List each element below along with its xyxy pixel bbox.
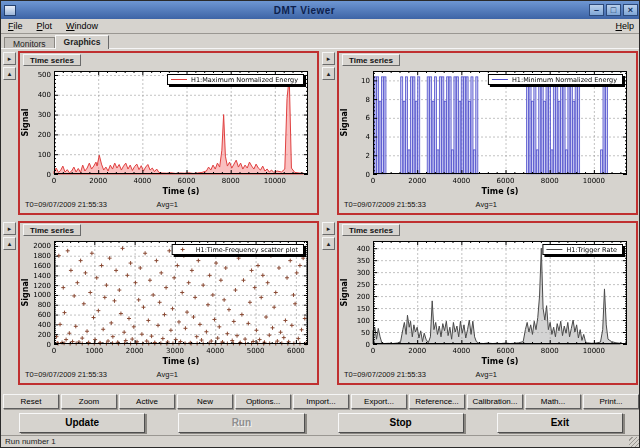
exit-button[interactable]: Exit — [497, 413, 623, 433]
plot-tab[interactable]: Time series — [342, 54, 400, 66]
close-icon[interactable]: × — [623, 4, 638, 16]
dmt-viewer-window: DMT Viewer – □ × File Plot Window Help M… — [0, 0, 640, 448]
reset-button[interactable]: Reset — [3, 394, 59, 409]
menu-help[interactable]: Help — [608, 20, 640, 32]
pad-up-icon[interactable]: ▴ — [322, 67, 335, 80]
pad-expand-icon[interactable]: ▸ — [322, 222, 335, 235]
t0-label: T0=09/07/2009 21:55:33 — [344, 200, 426, 209]
update-button[interactable]: Update — [19, 413, 145, 433]
pad-expand-icon[interactable]: ▸ — [322, 52, 335, 65]
tab-bar: Monitors Graphics — [1, 34, 640, 49]
avg-label: Avg=1 — [476, 370, 497, 379]
maximize-icon[interactable]: □ — [606, 4, 621, 16]
zoom-button[interactable]: Zoom — [61, 394, 117, 409]
reference-button[interactable]: Reference... — [409, 394, 465, 409]
pad-expand-icon[interactable]: ▸ — [3, 52, 16, 65]
plot-pad: Time series T0=09/07/2009 21:55:33 Avg=1 — [18, 51, 319, 215]
pad-expand-icon[interactable]: ▸ — [3, 222, 16, 235]
window-title: DMT Viewer — [20, 5, 589, 16]
title-bar[interactable]: DMT Viewer – □ × — [1, 1, 640, 19]
plot-tab[interactable]: Time series — [23, 224, 81, 236]
import-button[interactable]: Import... — [293, 394, 349, 409]
pad-up-icon[interactable]: ▴ — [3, 67, 16, 80]
chart-canvas-min-energy[interactable] — [339, 66, 636, 199]
plot-pad: Time series T0=09/07/2009 21:55:33 Avg=1 — [18, 221, 319, 385]
t0-label: T0=09/07/2009 21:55:33 — [25, 370, 107, 379]
chart-canvas-trigger-rate[interactable] — [339, 236, 636, 369]
plot-footer: T0=09/07/2009 21:55:33 Avg=1 — [339, 370, 636, 382]
t0-label: T0=09/07/2009 21:55:33 — [25, 200, 107, 209]
stop-button[interactable]: Stop — [338, 413, 464, 433]
plot-footer: T0=09/07/2009 21:55:33 Avg=1 — [20, 200, 317, 212]
quadrant-top-right: ▸ ▴ Time series T0=09/07/2009 21:55:33 A… — [322, 51, 638, 215]
new-button[interactable]: New — [177, 394, 233, 409]
pad-up-icon[interactable]: ▴ — [322, 237, 335, 250]
window-icon — [4, 5, 16, 16]
avg-label: Avg=1 — [157, 370, 178, 379]
menu-bar: File Plot Window Help — [1, 19, 640, 34]
plot-footer: T0=09/07/2009 21:55:33 Avg=1 — [20, 370, 317, 382]
action-row: Update Run Stop Exit — [1, 413, 640, 433]
plot-pad: Time series T0=09/07/2009 21:55:33 Avg=1 — [337, 221, 638, 385]
plot-tab[interactable]: Time series — [23, 54, 81, 66]
pad-up-icon[interactable]: ▴ — [3, 237, 16, 250]
export-button[interactable]: Export... — [351, 394, 407, 409]
chart-canvas-max-energy[interactable] — [20, 66, 317, 199]
resize-grip[interactable] — [629, 437, 640, 448]
quadrant-top-left: ▸ ▴ Time series T0=09/07/2009 21:55:33 A… — [3, 51, 319, 215]
status-bar: Run number 1 — [1, 435, 640, 448]
calibration-button[interactable]: Calibration... — [467, 394, 523, 409]
minimize-icon[interactable]: – — [589, 4, 604, 16]
quadrant-bottom-left: ▸ ▴ Time series T0=09/07/2009 21:55:33 A… — [3, 221, 319, 385]
status-text: Run number 1 — [5, 437, 56, 446]
avg-label: Avg=1 — [476, 200, 497, 209]
options-button[interactable]: Options... — [235, 394, 291, 409]
menu-file[interactable]: File — [1, 20, 30, 32]
quadrant-bottom-right: ▸ ▴ Time series T0=09/07/2009 21:55:33 A… — [322, 221, 638, 385]
tab-graphics[interactable]: Graphics — [55, 35, 110, 49]
active-button[interactable]: Active — [119, 394, 175, 409]
plot-tab[interactable]: Time series — [342, 224, 400, 236]
avg-label: Avg=1 — [157, 200, 178, 209]
plot-toolbar: Reset Zoom Active New Options... Import.… — [1, 393, 640, 410]
print-button[interactable]: Print... — [583, 394, 639, 409]
plot-pad: Time series T0=09/07/2009 21:55:33 Avg=1 — [337, 51, 638, 215]
chart-canvas-tf-scatter[interactable] — [20, 236, 317, 369]
plot-footer: T0=09/07/2009 21:55:33 Avg=1 — [339, 200, 636, 212]
menu-window[interactable]: Window — [59, 20, 105, 32]
run-button: Run — [178, 413, 304, 433]
menu-plot[interactable]: Plot — [30, 20, 60, 32]
math-button[interactable]: Math... — [525, 394, 581, 409]
t0-label: T0=09/07/2009 21:55:33 — [344, 370, 426, 379]
